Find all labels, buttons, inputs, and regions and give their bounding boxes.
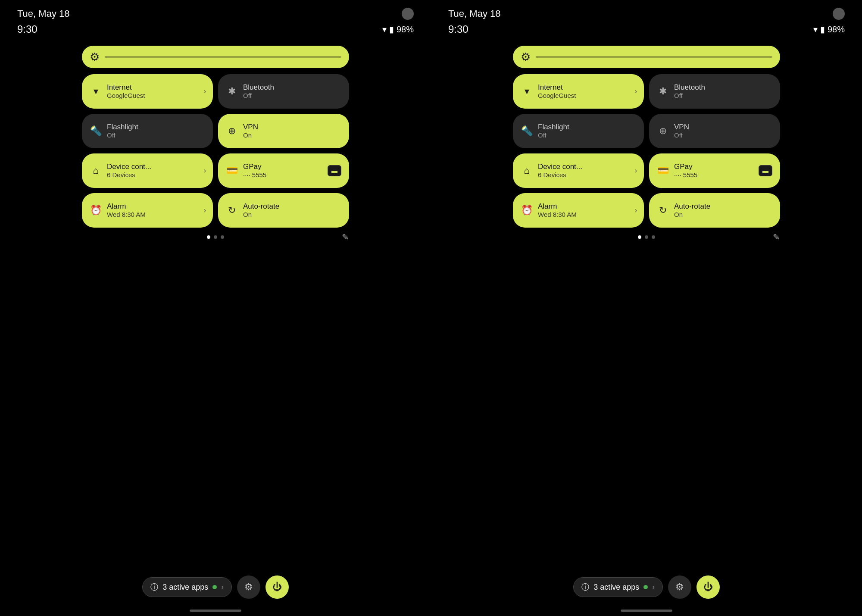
tiles-grid-2: ▾ Internet GoogleGuest › ✱ Bluetooth Off: [513, 74, 780, 228]
tile-flashlight-label-1: Flashlight: [107, 123, 138, 131]
tile-flashlight-1[interactable]: 🔦 Flashlight Off: [82, 114, 213, 148]
camera-circle-2: [833, 8, 845, 20]
brightness-icon-1: ⚙: [90, 50, 100, 64]
active-apps-pill-1[interactable]: ⓘ 3 active apps ›: [142, 577, 231, 597]
tile-device-arrow-2[interactable]: ›: [635, 167, 637, 175]
tile-alarm-1[interactable]: ⏰ Alarm Wed 8:30 AM ›: [82, 193, 213, 228]
flashlight-icon-2: 🔦: [521, 125, 533, 137]
tile-autorotate-label-2: Auto-rotate: [674, 202, 710, 211]
tile-vpn-2[interactable]: ⊕ VPN Off: [649, 114, 780, 148]
active-apps-pill-2[interactable]: ⓘ 3 active apps ›: [573, 577, 662, 597]
tile-device-label-2: Device cont...: [538, 163, 582, 171]
brightness-bar-1[interactable]: ⚙: [82, 46, 349, 68]
settings-icon-2: ⚙: [675, 582, 684, 593]
tile-bluetooth-sub-1: Off: [243, 92, 274, 100]
power-icon-2: ⏻: [703, 582, 713, 593]
date-2: Tue, May 18: [448, 8, 500, 19]
tile-device-2[interactable]: ⌂ Device cont... 6 Devices ›: [513, 153, 644, 188]
tile-alarm-label-1: Alarm: [107, 202, 146, 211]
date-1: Tue, May 18: [17, 8, 69, 19]
home-indicator-2: [621, 610, 672, 612]
tile-alarm-2[interactable]: ⏰ Alarm Wed 8:30 AM ›: [513, 193, 644, 228]
tile-vpn-1[interactable]: ⊕ VPN On: [218, 114, 349, 148]
tile-gpay-2[interactable]: 💳 GPay ···· 5555 ▬: [649, 153, 780, 188]
edit-icon-1[interactable]: ✎: [342, 232, 349, 242]
dot-2-3: [652, 235, 655, 239]
settings-icon-1: ⚙: [244, 582, 253, 593]
tile-alarm-arrow-1[interactable]: ›: [204, 206, 206, 214]
tile-internet-label-2: Internet: [538, 83, 576, 92]
tile-vpn-label-2: VPN: [674, 123, 689, 131]
tile-flashlight-text-1: Flashlight Off: [107, 123, 138, 139]
status-icons-2: ▾ ▮ 98%: [813, 24, 845, 34]
tile-alarm-arrow-2[interactable]: ›: [635, 206, 637, 214]
tile-internet-arrow-2[interactable]: ›: [635, 88, 637, 95]
tile-flashlight-2[interactable]: 🔦 Flashlight Off: [513, 114, 644, 148]
bottom-bar-2: ⓘ 3 active apps › ⚙ ⏻: [431, 575, 862, 599]
tile-internet-2[interactable]: ▾ Internet GoogleGuest ›: [513, 74, 644, 109]
tile-internet-arrow-1[interactable]: ›: [204, 88, 206, 95]
flashlight-icon-1: 🔦: [90, 125, 102, 137]
gpay-card-chip-1: ▬: [328, 165, 341, 176]
tile-internet-text-1: Internet GoogleGuest: [107, 83, 145, 100]
power-btn-1[interactable]: ⏻: [265, 575, 289, 599]
tile-bluetooth-1[interactable]: ✱ Bluetooth Off: [218, 74, 349, 109]
active-dot-1: [212, 585, 217, 589]
time-2: 9:30: [448, 23, 468, 35]
vpn-icon-1: ⊕: [226, 125, 238, 137]
tile-bluetooth-label-1: Bluetooth: [243, 83, 274, 92]
power-icon-1: ⏻: [272, 582, 282, 593]
status-bar-2: Tue, May 18: [431, 0, 862, 20]
wifi-tile-icon-2: ▾: [521, 86, 533, 97]
tile-alarm-label-2: Alarm: [538, 202, 577, 211]
tile-autorotate-text-2: Auto-rotate On: [674, 202, 710, 219]
info-icon-1: ⓘ: [150, 582, 158, 592]
tile-vpn-sub-1: On: [243, 131, 258, 139]
active-apps-label-2: 3 active apps: [593, 583, 639, 592]
tile-device-1[interactable]: ⌂ Device cont... 6 Devices ›: [82, 153, 213, 188]
brightness-track-1: [105, 56, 341, 58]
tile-autorotate-text-1: Auto-rotate On: [243, 202, 279, 219]
panels-container: Tue, May 18 9:30 ▾ ▮ 98% ⚙: [0, 0, 862, 616]
dot-1-2: [214, 235, 217, 239]
tile-gpay-text-2: GPay ···· 5555: [674, 163, 697, 179]
brightness-bar-2[interactable]: ⚙: [513, 46, 780, 68]
battery-icon-1: ▮: [389, 24, 394, 34]
settings-btn-1[interactable]: ⚙: [237, 575, 260, 599]
qs-panel-2: ⚙ ▾ Internet GoogleGuest › ✱: [513, 46, 780, 239]
tile-flashlight-text-2: Flashlight Off: [538, 123, 569, 139]
wifi-tile-icon-1: ▾: [90, 86, 102, 97]
alarm-icon-1: ⏰: [90, 205, 102, 216]
gpay-left-1: 💳 GPay ···· 5555: [226, 163, 266, 179]
tile-device-text-1: Device cont... 6 Devices: [107, 163, 151, 179]
tile-bluetooth-2[interactable]: ✱ Bluetooth Off: [649, 74, 780, 109]
power-btn-2[interactable]: ⏻: [696, 575, 720, 599]
tile-gpay-sub-1: ···· 5555: [243, 171, 266, 179]
tile-alarm-text-1: Alarm Wed 8:30 AM: [107, 202, 146, 219]
dot-1-3: [221, 235, 224, 239]
bluetooth-icon-1: ✱: [226, 86, 238, 97]
gpay-icon-2: 💳: [657, 165, 669, 176]
page-indicators-1: ✎: [82, 235, 349, 239]
edit-icon-2[interactable]: ✎: [773, 232, 780, 242]
settings-btn-2[interactable]: ⚙: [668, 575, 691, 599]
tile-autorotate-2[interactable]: ↻ Auto-rotate On: [649, 193, 780, 228]
tile-autorotate-1[interactable]: ↻ Auto-rotate On: [218, 193, 349, 228]
tile-vpn-text-2: VPN Off: [674, 123, 689, 139]
tile-bluetooth-label-2: Bluetooth: [674, 83, 705, 92]
panel-1: Tue, May 18 9:30 ▾ ▮ 98% ⚙: [0, 0, 431, 616]
tile-internet-sub-2: GoogleGuest: [538, 92, 576, 100]
tile-gpay-1[interactable]: 💳 GPay ···· 5555 ▬: [218, 153, 349, 188]
tile-device-sub-1: 6 Devices: [107, 171, 151, 179]
battery-text-2: 98%: [828, 25, 845, 34]
tile-device-arrow-1[interactable]: ›: [204, 167, 206, 175]
tile-gpay-sub-2: ···· 5555: [674, 171, 697, 179]
tile-internet-1[interactable]: ▾ Internet GoogleGuest ›: [82, 74, 213, 109]
pill-arrow-1: ›: [221, 583, 223, 591]
qs-panel-1: ⚙ ▾ Internet GoogleGuest › ✱: [82, 46, 349, 239]
brightness-track-2: [536, 56, 772, 58]
active-dot-2: [643, 585, 648, 589]
brightness-row-1: ⚙: [82, 46, 349, 68]
home-indicator-1: [190, 610, 241, 612]
device-icon-1: ⌂: [90, 165, 102, 176]
